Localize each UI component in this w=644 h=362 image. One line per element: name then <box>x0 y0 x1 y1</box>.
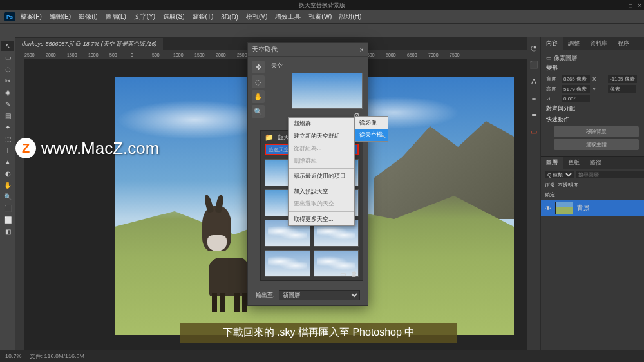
selected-preset-label: 藍色天空 <box>269 146 289 153</box>
layer-search-input[interactable] <box>576 171 644 178</box>
menu-separator <box>289 168 354 169</box>
pen-tool[interactable]: ▲ <box>1 157 14 167</box>
tools-panel: ↖ ▭ ◌ ✂ ◉ ✎ ▤ ✦ ⬚ T ▲ ◐ ✋ 🔍 ⬛ ⬜ ◧ <box>0 37 15 350</box>
menu-export-sky: 匯出選取的天空... <box>289 198 354 210</box>
layer-name[interactable]: 背景 <box>577 204 590 213</box>
menu-type[interactable]: 文字(Y) <box>131 11 158 23</box>
menu-add-preset[interactable]: 加入預設天空 <box>289 186 354 198</box>
menu-file[interactable]: 檔案(F) <box>18 11 44 23</box>
folder-icon[interactable]: 📁 <box>265 133 274 142</box>
tab-layers[interactable]: 圖層 <box>541 157 563 169</box>
sky-preview-thumb[interactable] <box>292 73 363 109</box>
menu-from-group: 從群組為... <box>289 142 354 155</box>
document-tab[interactable]: donkeys-5506087.jif @ 18.7% (天空 背景蓝色版,/1… <box>15 38 163 50</box>
tab-paths[interactable]: 路徑 <box>585 157 607 169</box>
character-panel-icon[interactable]: A <box>527 75 540 88</box>
watermark-text: www.MacZ.com <box>41 138 159 158</box>
quickmask-tool[interactable]: ◧ <box>1 226 14 236</box>
tab-properties[interactable]: 內容 <box>541 37 563 50</box>
background-color[interactable]: ⬜ <box>1 214 14 225</box>
tab-history[interactable]: 程序 <box>612 37 634 50</box>
gradient-tool[interactable]: ▤ <box>1 110 14 120</box>
color-panel-icon[interactable]: ◔ <box>527 41 540 54</box>
frame-tool[interactable]: ⬚ <box>1 133 14 144</box>
dodge-tool[interactable]: ◐ <box>1 168 14 178</box>
window-title: 换天空替换背景版 <box>299 1 345 10</box>
menu-select[interactable]: 選取(S) <box>160 11 187 23</box>
width-label: 寬度 <box>546 75 559 82</box>
titlebar: 换天空替换背景版 — □ × <box>0 0 644 10</box>
layers-tabs: 圖層 色版 路徑 <box>541 157 644 169</box>
sky-move-tool[interactable]: ✥ <box>252 61 265 73</box>
menu-window[interactable]: 視窗(W) <box>306 11 334 23</box>
subtitle-overlay: 下載回來的 .sky 檔再匯入至 Photoshop 中 <box>180 323 457 343</box>
y-label: Y <box>592 86 605 92</box>
sky-hand-tool[interactable]: ✋ <box>252 90 265 103</box>
properties-tabs: 內容 調整 資料庫 程序 <box>541 37 644 50</box>
menu-layer[interactable]: 圖層(L) <box>103 11 129 23</box>
quick-actions-title: 快速動作 <box>546 115 644 124</box>
menu-image[interactable]: 影像(I) <box>76 11 100 23</box>
hand-tool[interactable]: ✋ <box>1 180 14 190</box>
menu-new-group[interactable]: 新增群 <box>289 118 354 130</box>
angle-value[interactable]: 0.00° <box>562 95 590 102</box>
select-subject-button[interactable]: 選取主體 <box>554 139 639 150</box>
properties-panel: ▭ 像素圖層 變形 寬度 8265 像素 X -1185 像素 高度 5179 … <box>541 50 644 156</box>
menu-filter[interactable]: 濾鏡(T) <box>190 11 216 23</box>
menu-help[interactable]: 說明(H) <box>337 11 364 23</box>
menu-separator <box>289 184 354 184</box>
actions-panel-icon[interactable]: ≣ <box>527 108 540 121</box>
tab-channels[interactable]: 色版 <box>563 157 585 169</box>
cursor-icon: ↖ <box>381 133 386 140</box>
menu-get-more[interactable]: 取得更多天空... <box>289 213 354 225</box>
tab-libraries[interactable]: 資料庫 <box>585 37 612 50</box>
dialog-close-button[interactable]: × <box>360 46 364 53</box>
swatches-panel-icon[interactable]: ⬛ <box>527 58 540 71</box>
brush-tool[interactable]: ✎ <box>1 99 14 109</box>
menu-plugins[interactable]: 增效工具 <box>272 11 303 23</box>
type-tool[interactable]: T <box>1 145 14 155</box>
close-button[interactable]: × <box>638 2 641 9</box>
align-title: 對齊與分配 <box>546 104 644 113</box>
sky-brush-tool[interactable]: ◌ <box>252 75 265 88</box>
lasso-tool[interactable]: ◌ <box>1 64 14 74</box>
flyout-from-image[interactable]: 從影像 <box>355 117 388 129</box>
menu-separator <box>289 211 354 212</box>
menu-view[interactable]: 檢視(V) <box>243 11 270 23</box>
clone-tool[interactable]: ✦ <box>1 122 14 132</box>
menu-delete-group: 刪除群組 <box>289 155 354 167</box>
layer-kind-select[interactable]: Q 種類 <box>545 171 574 178</box>
cc-libraries-icon[interactable]: ▭ <box>527 125 540 138</box>
x-label: X <box>592 76 605 82</box>
width-value[interactable]: 8265 像素 <box>562 75 590 83</box>
transform-title: 變形 <box>546 64 644 72</box>
layer-row[interactable]: 👁 背景 <box>541 200 644 216</box>
output-select[interactable]: 新圖層 <box>279 290 360 300</box>
menu-new-sky-group[interactable]: 建立新的天空群組 <box>289 130 354 142</box>
maximize-button[interactable]: □ <box>629 2 632 9</box>
foreground-color[interactable]: ⬛ <box>1 203 14 213</box>
remove-bg-button[interactable]: 移除背景 <box>554 126 639 137</box>
zoom-tool[interactable]: 🔍 <box>1 191 14 202</box>
marquee-tool[interactable]: ▭ <box>1 52 14 62</box>
panels-right: ◔ ⬛ A ≡ ≣ ▭ 內容 調整 資料庫 程序 ▭ 像素圖層 變形 寬度 82… <box>527 37 644 350</box>
delete-preset-icon[interactable]: 🗑 <box>351 271 357 278</box>
menu-show-recent[interactable]: 顯示最近使用的項目 <box>289 170 354 182</box>
height-label: 高度 <box>546 86 559 93</box>
sky-zoom-tool[interactable]: 🔍 <box>252 105 265 118</box>
blend-mode[interactable]: 正常 <box>545 182 555 189</box>
menu-3d[interactable]: 3D(D) <box>218 12 241 22</box>
crop-tool[interactable]: ✂ <box>1 75 14 86</box>
move-tool[interactable]: ↖ <box>1 41 14 51</box>
paragraph-panel-icon[interactable]: ≡ <box>527 91 540 104</box>
minimize-button[interactable]: — <box>617 2 623 9</box>
visibility-icon[interactable]: 👁 <box>545 205 551 212</box>
tab-adjustments[interactable]: 調整 <box>563 37 585 50</box>
y-value[interactable]: 像素 <box>608 85 636 93</box>
zoom-level[interactable]: 18.7% <box>5 353 22 359</box>
x-value[interactable]: -1185 像素 <box>608 75 637 83</box>
menu-edit[interactable]: 編輯(E) <box>47 11 73 23</box>
new-preset-icon[interactable]: ▭ <box>340 271 346 278</box>
height-value[interactable]: 5179 像素 <box>562 85 590 93</box>
eyedropper-tool[interactable]: ◉ <box>1 87 14 97</box>
